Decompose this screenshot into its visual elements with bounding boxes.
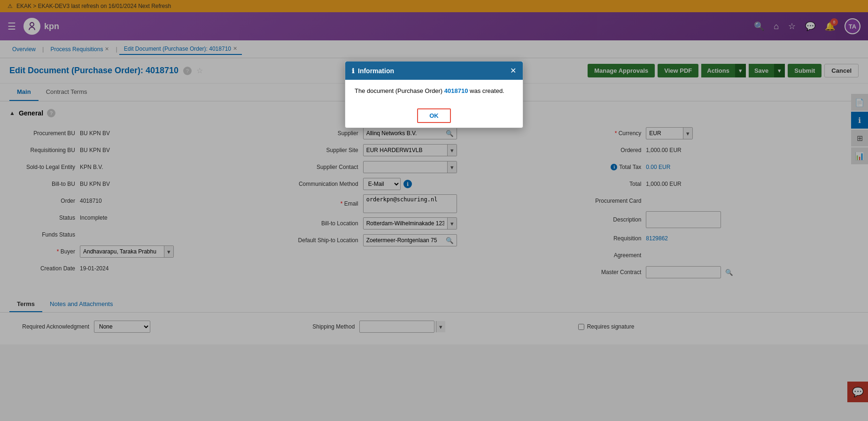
modal-message-pre: The document (Purchase Order)	[355, 87, 442, 94]
modal-body: The document (Purchase Order) 4018710 wa…	[345, 80, 523, 104]
modal-footer: OK	[345, 104, 523, 128]
modal-order-number: 4018710	[444, 87, 468, 94]
modal-message-post: was created.	[470, 87, 504, 94]
modal-info-icon: ℹ	[352, 67, 354, 75]
modal-title: Information	[358, 67, 394, 75]
modal-header: ℹ Information ✕	[345, 61, 523, 80]
modal-ok-button[interactable]: OK	[417, 108, 451, 123]
modal-overlay: ℹ Information ✕ The document (Purchase O…	[0, 0, 868, 344]
modal-close-button[interactable]: ✕	[510, 66, 516, 75]
information-modal: ℹ Information ✕ The document (Purchase O…	[345, 61, 523, 128]
